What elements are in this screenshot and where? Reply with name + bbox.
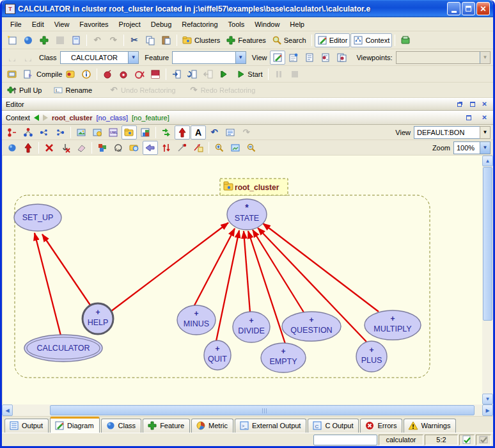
maximize-button[interactable] [462, 2, 475, 15]
scroll-left-button[interactable]: ◀ [2, 404, 13, 416]
export-png-button[interactable] [74, 125, 89, 140]
view-settings-button[interactable] [138, 125, 153, 140]
color-button[interactable] [95, 141, 110, 155]
status-search-input[interactable] [313, 435, 377, 445]
zoom-out-button[interactable] [244, 141, 259, 155]
view-new-button[interactable] [286, 51, 301, 65]
inheritance-link-multiply-to-state[interactable] [263, 223, 379, 312]
view-editor-button[interactable] [270, 51, 285, 65]
add-note-button[interactable] [191, 141, 206, 155]
class-relations-button[interactable] [4, 125, 20, 140]
editor-maximize-button[interactable] [468, 100, 477, 109]
zoom-cluster-button[interactable] [127, 141, 142, 155]
horizontal-scrollbar-track[interactable] [13, 404, 482, 416]
horizontal-scrollbar[interactable]: ◀ ▶ [2, 404, 493, 416]
inheritance-link-help-to-state[interactable] [111, 223, 228, 311]
tab-feature[interactable]: Feature [143, 419, 190, 433]
erase-button[interactable] [74, 141, 89, 155]
class-diagram[interactable]: root_clusterSET_UP*STATE+HELPCALCULATOR+… [3, 156, 482, 403]
chevron-down-icon[interactable]: ▼ [235, 52, 246, 63]
tab-class[interactable]: Class [101, 419, 142, 433]
tab-errors[interactable]: Errors [360, 419, 402, 433]
context-forward-icon[interactable] [43, 115, 48, 121]
remove-anchor-button[interactable] [58, 141, 73, 155]
print-diagram-button[interactable] [90, 125, 105, 140]
cut-button[interactable]: ✂ [127, 33, 142, 47]
class-node-multiply[interactable]: +MULTIPLY [365, 310, 421, 340]
class-node-quit[interactable]: +QUIT [204, 340, 231, 370]
copy-button[interactable] [143, 33, 158, 47]
tab-output[interactable]: Output [4, 419, 49, 433]
menu-item-window[interactable]: Window [250, 19, 284, 29]
menu-item-debug[interactable]: Debug [146, 19, 176, 29]
stop-button[interactable] [287, 67, 302, 81]
chevron-down-icon[interactable]: ▼ [480, 142, 490, 154]
undo-refactoring-button[interactable]: ↶ Undo Refactoring [106, 83, 178, 97]
menu-item-view[interactable]: View [50, 19, 74, 29]
diagram-history-button[interactable] [223, 125, 238, 140]
vertical-scrollbar[interactable]: ▲ ▼ [482, 156, 493, 404]
step-over-button[interactable] [185, 67, 200, 81]
inheritance-link-calculator-to-set_up[interactable] [35, 233, 61, 335]
feature-combobox[interactable]: ▼ [172, 51, 246, 64]
menu-item-favorites[interactable]: Favorites [75, 19, 113, 29]
class-node-divide[interactable]: +DIVIDE [233, 312, 270, 342]
menu-item-refactoring[interactable]: Refactoring [177, 19, 222, 29]
tab-c-output[interactable]: CC Output [308, 419, 359, 433]
new-window-button[interactable] [4, 33, 20, 47]
freeze-button[interactable] [63, 67, 78, 81]
create-class-button[interactable] [4, 141, 20, 155]
redo-button[interactable]: ↷ [106, 33, 121, 47]
menu-item-tools[interactable]: Tools [224, 19, 249, 29]
step-into-button[interactable] [169, 67, 184, 81]
two-way-links-toggle[interactable] [143, 141, 158, 155]
inheritance-link-minus-to-state[interactable] [194, 228, 235, 307]
pull-up-button[interactable]: Pull Up [4, 83, 44, 97]
pause-button[interactable] [271, 67, 287, 81]
anchor-link-button[interactable] [175, 141, 190, 155]
rotate-button[interactable]: 90 [111, 141, 126, 155]
link-direction-button[interactable] [159, 141, 174, 155]
cluster-label[interactable]: root_cluster [220, 179, 288, 195]
inheritance-link-help-to-set_up[interactable] [42, 234, 91, 306]
clusters-button[interactable]: Clusters [180, 33, 223, 47]
tab-warnings[interactable]: Warnings [404, 419, 456, 433]
run-to-cursor-button[interactable] [217, 67, 232, 81]
menu-item-project[interactable]: Project [114, 19, 145, 29]
vertical-scrollbar-thumb[interactable] [483, 167, 492, 321]
zoom-in-button[interactable] [212, 141, 227, 155]
history-forward-button[interactable] [20, 51, 36, 65]
horizontal-scrollbar-thumb[interactable] [50, 405, 475, 415]
class-node-plus[interactable]: +PLUS [356, 341, 387, 372]
context-maximize-button[interactable] [464, 113, 473, 122]
redo-refactoring-button[interactable]: ↷ Redo Refactoring [186, 83, 258, 97]
editor-restore-button[interactable] [455, 100, 465, 109]
cluster-relations-button[interactable] [20, 125, 36, 140]
view-contract-button[interactable] [334, 51, 349, 65]
class-combobox[interactable]: CALCULATOR ▼ [60, 51, 139, 64]
step-out-button[interactable] [201, 67, 216, 81]
show-clusters-toggle[interactable] [122, 125, 137, 140]
class-node-minus[interactable]: +MINUS [177, 305, 216, 335]
context-cluster-link[interactable]: root_cluster [52, 114, 93, 122]
labels-toggle[interactable]: A [191, 125, 206, 140]
menu-item-help[interactable]: Help [285, 19, 309, 29]
view-flat-button[interactable] [318, 51, 333, 65]
external-commands-button[interactable] [398, 33, 413, 47]
save-button[interactable] [52, 33, 68, 47]
tab-diagram[interactable]: Diagram [50, 417, 100, 433]
scroll-up-button[interactable]: ▲ [482, 156, 493, 166]
context-toggle-button[interactable]: Context [350, 33, 392, 47]
debug-stop-point-button[interactable] [148, 67, 163, 81]
delete-button[interactable] [42, 141, 57, 155]
scroll-down-button[interactable]: ▼ [482, 394, 493, 404]
rename-button[interactable]: I.. Rename [51, 83, 95, 97]
search-button[interactable]: Search [269, 33, 309, 47]
chevron-down-icon[interactable]: ▼ [480, 126, 491, 139]
inheritance-link-question-to-state[interactable] [253, 230, 304, 312]
debug-breakpoint-button[interactable] [116, 67, 131, 81]
info-button[interactable] [79, 67, 94, 81]
tab-external-output[interactable]: >_External Output [235, 419, 306, 433]
class-node-calculator[interactable]: CALCULATOR [24, 335, 102, 362]
scroll-right-button[interactable]: ▶ [482, 404, 493, 416]
